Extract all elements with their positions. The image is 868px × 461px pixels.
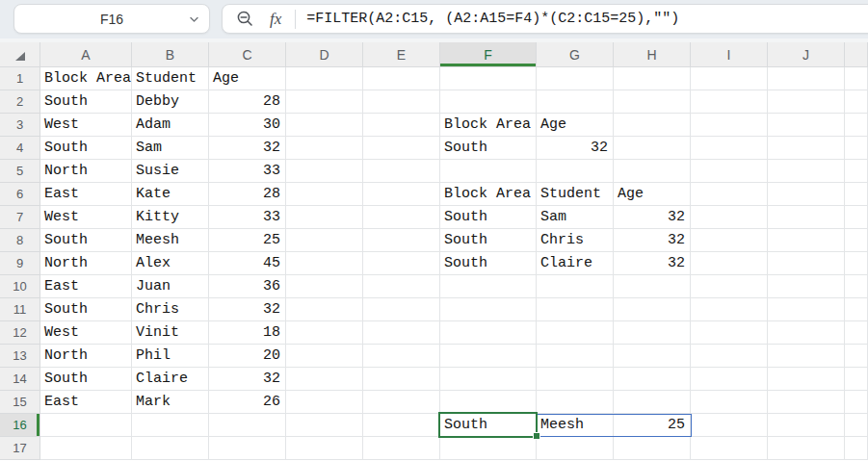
cell-D16[interactable] [286,414,363,437]
cell-A9[interactable]: North [40,252,132,275]
cell-F2[interactable] [440,90,537,114]
name-box[interactable]: F16 [13,4,210,34]
cell-partial-9[interactable] [845,252,868,275]
cell-J2[interactable] [768,90,845,114]
cell-G8[interactable]: Chris [537,229,614,252]
cell-partial-12[interactable] [845,321,868,345]
row-header-3[interactable]: 3 [0,114,40,137]
row-header-5[interactable]: 5 [0,160,40,183]
cell-H10[interactable] [614,275,691,298]
cell-F7[interactable]: South [440,206,537,229]
cell-A16[interactable] [40,414,132,437]
cell-A12[interactable]: West [40,321,132,345]
cell-J15[interactable] [768,391,845,414]
cell-F10[interactable] [440,275,537,298]
row-header-16[interactable]: 16 [0,414,40,437]
cell-H14[interactable] [614,368,691,391]
cell-J13[interactable] [768,345,845,368]
cell-B5[interactable]: Susie [132,160,209,183]
cell-G14[interactable] [537,368,614,391]
cell-G6[interactable]: Student [537,183,614,206]
cell-H16[interactable]: 25 [614,414,691,437]
cell-D1[interactable] [286,67,363,90]
cell-J17[interactable] [768,437,845,460]
col-header-c[interactable]: C [209,42,286,67]
cell-A15[interactable]: East [40,391,132,414]
cell-D13[interactable] [286,345,363,368]
cell-A13[interactable]: North [40,345,132,368]
cell-J16[interactable] [768,414,845,437]
cell-J10[interactable] [768,275,845,298]
cell-I14[interactable] [691,368,768,391]
cell-J7[interactable] [768,206,845,229]
col-header-j[interactable]: J [768,42,845,67]
cell-partial-13[interactable] [845,345,868,368]
col-header-g[interactable]: G [537,42,614,67]
cell-B9[interactable]: Alex [132,252,209,275]
cell-J8[interactable] [768,229,845,252]
cell-D6[interactable] [286,183,363,206]
cell-J11[interactable] [768,298,845,321]
cell-F11[interactable] [440,298,537,321]
cell-H1[interactable] [614,67,691,90]
cell-I12[interactable] [691,321,768,345]
cell-E15[interactable] [363,391,440,414]
cell-D2[interactable] [286,90,363,114]
cell-E8[interactable] [363,229,440,252]
col-header-f[interactable]: F [440,42,537,67]
cell-G5[interactable] [537,160,614,183]
cell-F4[interactable]: South [440,137,537,160]
row-header-2[interactable]: 2 [0,90,40,114]
cell-D11[interactable] [286,298,363,321]
cell-J6[interactable] [768,183,845,206]
cell-A11[interactable]: South [40,298,132,321]
cell-A1[interactable]: Block Area [40,67,132,90]
cell-C3[interactable]: 30 [209,114,286,137]
row-header-14[interactable]: 14 [0,368,40,391]
cell-G10[interactable] [537,275,614,298]
cell-D4[interactable] [286,137,363,160]
cell-J5[interactable] [768,160,845,183]
cell-E13[interactable] [363,345,440,368]
cell-H15[interactable] [614,391,691,414]
cell-D3[interactable] [286,114,363,137]
cell-D8[interactable] [286,229,363,252]
cell-E3[interactable] [363,114,440,137]
row-header-13[interactable]: 13 [0,345,40,368]
row-header-9[interactable]: 9 [0,252,40,275]
cell-G13[interactable] [537,345,614,368]
cell-F17[interactable] [440,437,537,460]
cell-C10[interactable]: 36 [209,275,286,298]
cell-A4[interactable]: South [40,137,132,160]
cell-I16[interactable] [691,414,768,437]
cell-partial-7[interactable] [845,206,868,229]
fx-icon[interactable]: fx [270,10,281,29]
cell-B12[interactable]: Vinit [132,321,209,345]
cell-F8[interactable]: South [440,229,537,252]
cell-G7[interactable]: Sam [537,206,614,229]
cell-H13[interactable] [614,345,691,368]
cell-D5[interactable] [286,160,363,183]
cell-C13[interactable]: 20 [209,345,286,368]
cell-J9[interactable] [768,252,845,275]
cell-B13[interactable]: Phil [132,345,209,368]
cell-H2[interactable] [614,90,691,114]
cell-partial-10[interactable] [845,275,868,298]
cell-C4[interactable]: 32 [209,137,286,160]
cell-I5[interactable] [691,160,768,183]
cell-D10[interactable] [286,275,363,298]
cell-B10[interactable]: Juan [132,275,209,298]
cell-partial-4[interactable] [845,137,868,160]
cell-E16[interactable] [363,414,440,437]
cell-A6[interactable]: East [40,183,132,206]
cell-C17[interactable] [209,437,286,460]
cell-C7[interactable]: 33 [209,206,286,229]
cell-B17[interactable] [132,437,209,460]
cell-H17[interactable] [614,437,691,460]
cell-F3[interactable]: Block Area [440,114,537,137]
cell-B14[interactable]: Claire [132,368,209,391]
col-header-a[interactable]: A [40,42,132,67]
cell-E9[interactable] [363,252,440,275]
cell-C9[interactable]: 45 [209,252,286,275]
cell-E4[interactable] [363,137,440,160]
